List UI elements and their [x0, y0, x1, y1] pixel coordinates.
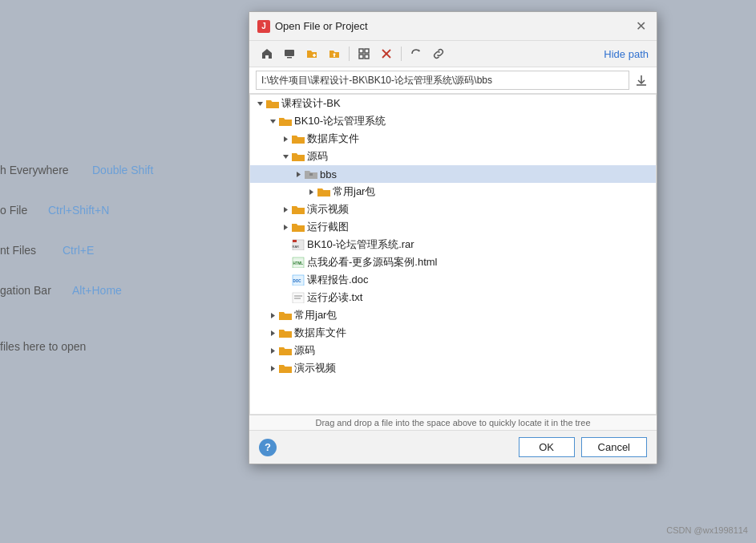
folder-icon [279, 310, 292, 321]
title-bar: J Open File or Project ✕ [249, 12, 657, 41]
tree-arrow [279, 238, 292, 251]
svg-marker-31 [271, 313, 275, 318]
tree-arrow [279, 150, 292, 163]
tree-item[interactable]: 源码 [250, 342, 656, 359]
file-tree[interactable]: 课程设计-BKBK10-论坛管理系统数据库文件源码bbs常用jar包演示视频运行… [249, 94, 657, 415]
folder-icon [279, 327, 292, 338]
tree-item[interactable]: 运行必读.txt [250, 289, 656, 306]
expand-button[interactable] [354, 44, 374, 63]
txt-icon [292, 292, 305, 303]
tree-arrow [279, 256, 292, 269]
new-folder-button[interactable] [302, 44, 321, 63]
folder-icon [279, 345, 292, 356]
title-left: J Open File or Project [257, 20, 368, 33]
tree-item[interactable]: 常用jar包 [250, 183, 656, 201]
folder-icon [292, 151, 305, 162]
tree-item[interactable]: HTML点我必看-更多源码案例.html [250, 253, 656, 271]
tree-arrow [266, 309, 279, 322]
footer: ? OK Cancel [249, 430, 657, 464]
folder-up-button[interactable] [325, 44, 344, 63]
tree-item[interactable]: 常用jar包 [250, 306, 656, 324]
svg-rect-5 [365, 49, 369, 53]
tree-item-label: 数据库文件 [294, 326, 346, 340]
tree-item[interactable]: 运行截图 [250, 218, 656, 236]
tree-item[interactable]: 演示视频 [250, 359, 656, 377]
refresh-button[interactable] [406, 44, 426, 63]
bg-shortcut-2: Ctrl+Shift+N [48, 204, 109, 217]
svg-marker-18 [309, 189, 313, 195]
hide-path-button[interactable]: Hide path [604, 48, 649, 60]
bg-hint-1: h Everywhere [0, 164, 69, 176]
tree-arrow [266, 115, 279, 128]
watermark: CSDN @wx1998114 [666, 525, 748, 535]
bg-hint-3: nt Files [0, 244, 36, 257]
bg-hint-4: gation Bar [0, 284, 51, 297]
path-input[interactable] [256, 71, 629, 90]
desktop-button[interactable] [280, 44, 299, 63]
svg-text:RAR: RAR [293, 245, 300, 249]
tree-item[interactable]: 源码 [250, 148, 656, 165]
tree-arrow [266, 344, 279, 357]
tree-arrow [279, 291, 292, 304]
cancel-button[interactable]: Cancel [581, 437, 647, 457]
tree-item[interactable]: BK10-论坛管理系统 [250, 112, 656, 130]
folder-icon [266, 98, 279, 109]
svg-marker-12 [257, 102, 263, 106]
doc-icon: DOC [292, 274, 305, 286]
folder-gray-icon [305, 168, 317, 180]
tree-item[interactable]: DOC课程报告.doc [250, 271, 656, 289]
folder-icon [292, 133, 305, 144]
tree-arrow [279, 203, 292, 216]
html-icon: HTML [292, 257, 305, 268]
tree-item[interactable]: 数据库文件 [250, 324, 656, 342]
path-download-button[interactable] [633, 71, 650, 89]
svg-marker-13 [270, 120, 276, 124]
svg-marker-32 [271, 330, 275, 336]
toolbar-separator-2 [401, 47, 402, 61]
ok-button[interactable]: OK [519, 437, 575, 457]
tree-item[interactable]: 数据库文件 [250, 130, 656, 148]
tree-item[interactable]: 课程设计-BK [250, 95, 656, 112]
tree-arrow [305, 185, 317, 198]
svg-rect-17 [309, 173, 313, 176]
toolbar: Hide path [249, 41, 657, 67]
folder-icon [279, 115, 292, 127]
home-button[interactable] [257, 44, 277, 63]
rar-icon: RAR [292, 239, 305, 250]
svg-marker-14 [284, 136, 288, 142]
bg-hint-2: o File [0, 204, 27, 217]
svg-marker-33 [271, 348, 275, 354]
tree-arrow [279, 132, 292, 145]
bg-hint-5: files here to open [0, 340, 86, 353]
open-file-dialog: J Open File or Project ✕ [249, 11, 657, 464]
svg-rect-22 [293, 240, 297, 242]
tree-item-label: 源码 [307, 149, 328, 164]
svg-text:HTML: HTML [293, 261, 304, 265]
bg-shortcut-3: Ctrl+E [63, 244, 94, 257]
svg-marker-15 [283, 155, 289, 159]
folder-icon [292, 204, 305, 215]
tree-arrow [292, 168, 305, 180]
tree-item[interactable]: bbs [250, 165, 656, 183]
delete-button[interactable] [377, 44, 396, 63]
tree-arrow [279, 221, 292, 233]
tree-item-label: BK10-论坛管理系统.rar [307, 237, 414, 252]
tree-item-label: BK10-论坛管理系统 [294, 114, 386, 128]
svg-marker-20 [284, 225, 288, 230]
svg-marker-16 [297, 172, 301, 177]
tree-item[interactable]: 演示视频 [250, 201, 656, 218]
tree-item-label: 常用jar包 [333, 184, 375, 199]
tree-item[interactable]: RARBK10-论坛管理系统.rar [250, 236, 656, 253]
close-button[interactable]: ✕ [633, 18, 649, 34]
svg-rect-4 [359, 49, 363, 53]
help-button[interactable]: ? [259, 439, 277, 456]
tree-arrow [266, 362, 279, 375]
link-button[interactable] [429, 44, 448, 63]
bg-shortcut-4: Alt+Home [72, 284, 122, 297]
tree-item-label: 课程设计-BK [281, 96, 341, 111]
footer-buttons: OK Cancel [519, 437, 647, 457]
tree-item-label: bbs [320, 168, 337, 180]
tree-item-label: 点我必看-更多源码案例.html [307, 255, 438, 269]
folder-icon [317, 186, 330, 197]
svg-rect-7 [365, 55, 369, 59]
